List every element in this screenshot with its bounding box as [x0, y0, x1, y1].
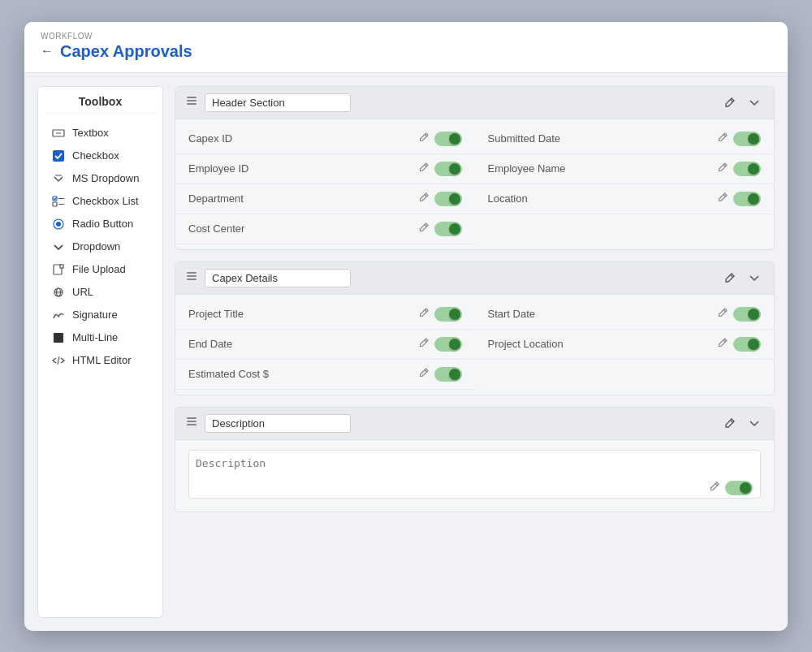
toggle-switch[interactable] — [733, 192, 761, 206]
field-edit-icon[interactable] — [717, 132, 728, 145]
svg-line-33 — [425, 310, 427, 313]
toggle-switch[interactable] — [434, 337, 462, 352]
svg-line-25 — [723, 165, 726, 167]
url-label: URL — [72, 286, 93, 298]
field-edit-icon[interactable] — [717, 192, 728, 205]
field-edit-icon[interactable] — [418, 162, 430, 175]
tool-item-checkbox[interactable]: Checkbox — [45, 145, 156, 167]
section-header-capex-details — [175, 262, 774, 295]
field-item: End Date — [175, 330, 475, 360]
svg-rect-20 — [187, 103, 197, 105]
toggle-switch[interactable] — [434, 367, 462, 382]
drag-icon[interactable] — [185, 94, 198, 110]
field-item: Estimated Cost $ — [175, 360, 475, 390]
section-edit-button[interactable] — [720, 415, 740, 431]
tool-item-checkbox-list[interactable]: Checkbox List — [45, 190, 156, 213]
file-upload-icon — [51, 262, 66, 277]
section-collapse-button[interactable] — [745, 94, 764, 110]
dropdown-icon — [51, 240, 66, 254]
field-edit-icon[interactable] — [709, 481, 720, 494]
field-label: Cost Center — [188, 222, 412, 235]
tool-item-dropdown[interactable]: Dropdown — [45, 235, 156, 258]
section-title-input-header-section[interactable] — [205, 93, 351, 112]
field-edit-icon[interactable] — [418, 367, 430, 381]
section-header-actions — [720, 94, 764, 110]
section-collapse-button[interactable] — [745, 270, 764, 286]
section-edit-button[interactable] — [720, 270, 740, 286]
svg-rect-30 — [187, 275, 197, 277]
field-edit-icon[interactable] — [717, 337, 728, 351]
html-editor-label: HTML Editor — [72, 354, 131, 366]
toggle-switch[interactable] — [725, 481, 753, 495]
tool-item-signature[interactable]: Signature — [45, 304, 156, 326]
svg-rect-18 — [187, 97, 197, 98]
tool-item-file-upload[interactable]: File Upload — [45, 258, 156, 281]
section-collapse-button[interactable] — [745, 415, 764, 431]
page-title: Capex Approvals — [60, 42, 192, 61]
textbox-label: Textbox — [72, 127, 109, 139]
field-item: Submitted Date — [475, 124, 775, 154]
toggle-switch[interactable] — [434, 162, 462, 176]
toggle-switch[interactable] — [733, 337, 761, 352]
checkbox-list-label: Checkbox List — [72, 195, 139, 207]
field-edit-icon[interactable] — [418, 132, 430, 145]
svg-line-27 — [723, 195, 726, 197]
field-edit-icon[interactable] — [418, 337, 430, 351]
svg-line-24 — [425, 165, 427, 167]
field-edit-icon[interactable] — [717, 162, 728, 175]
svg-rect-2 — [53, 150, 64, 162]
tool-item-html-editor[interactable]: HTML Editor — [45, 349, 156, 372]
field-edit-icon[interactable] — [717, 307, 728, 321]
section-title-input-capex-details[interactable] — [205, 269, 351, 287]
tool-item-radio-button[interactable]: Radio Button — [45, 213, 156, 235]
multi-line-label: Multi-Line — [72, 331, 118, 343]
drag-icon[interactable] — [185, 415, 198, 431]
toggle-switch[interactable] — [434, 307, 462, 322]
description-textarea[interactable] — [188, 450, 761, 499]
toggle-switch[interactable] — [733, 132, 761, 146]
field-label: Project Location — [488, 338, 711, 350]
section-title-input-description[interactable] — [205, 414, 351, 433]
field-item: Employee Name — [475, 154, 775, 184]
toggle-switch[interactable] — [434, 132, 462, 146]
section-header-description — [175, 408, 774, 440]
section-edit-button[interactable] — [720, 94, 740, 110]
field-edit-icon[interactable] — [418, 192, 430, 205]
field-label: Employee Name — [488, 162, 711, 175]
tool-item-textbox[interactable]: Textbox — [45, 122, 156, 145]
field-label: Capex ID — [188, 132, 412, 145]
back-button[interactable]: ← — [41, 45, 54, 58]
field-item: Employee ID — [175, 154, 475, 184]
section-card-description — [175, 407, 775, 512]
field-actions — [418, 222, 462, 236]
checkbox-label: Checkbox — [72, 149, 119, 162]
field-edit-icon[interactable] — [418, 222, 430, 235]
toggle-switch[interactable] — [434, 222, 462, 236]
field-actions — [717, 192, 761, 206]
svg-rect-16 — [54, 333, 63, 343]
field-actions — [418, 192, 462, 206]
field-edit-icon[interactable] — [418, 307, 430, 321]
url-icon — [51, 285, 66, 300]
field-item: Project Title — [175, 300, 475, 330]
fields-grid: Capex IDSubmitted DateEmployee IDEmploye… — [175, 119, 774, 249]
description-field — [175, 440, 774, 512]
tool-item-url[interactable]: URL — [45, 281, 156, 304]
toggle-switch[interactable] — [434, 192, 462, 206]
drag-icon[interactable] — [185, 270, 198, 286]
main-layout: Toolbox TextboxCheckboxMS DropdownCheckb… — [24, 73, 788, 631]
field-item: Capex ID — [175, 124, 475, 154]
ms-dropdown-icon — [51, 171, 66, 186]
radio-button-label: Radio Button — [72, 218, 133, 230]
svg-line-36 — [723, 340, 726, 343]
field-label: Location — [488, 192, 711, 205]
tool-item-ms-dropdown[interactable]: MS Dropdown — [45, 167, 156, 190]
tool-item-multi-line[interactable]: Multi-Line — [45, 326, 156, 349]
svg-point-9 — [56, 222, 61, 227]
fields-grid: Project TitleStart DateEnd DateProject L… — [175, 295, 774, 395]
field-item: Project Location — [475, 330, 775, 360]
toggle-switch[interactable] — [733, 307, 761, 322]
toggle-switch[interactable] — [733, 162, 761, 176]
svg-rect-31 — [187, 279, 197, 280]
radio-button-icon — [51, 217, 66, 231]
